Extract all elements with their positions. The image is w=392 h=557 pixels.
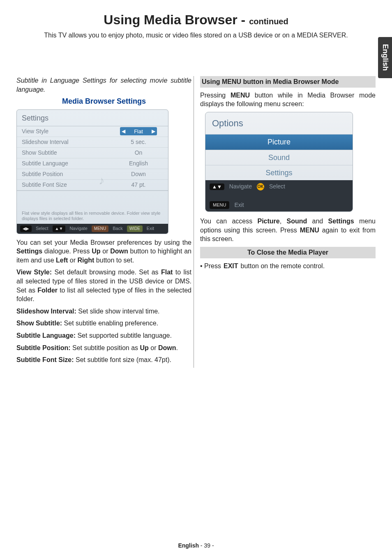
page-number: 39 [204, 542, 210, 549]
title-main: Using Media Browser - [104, 12, 249, 27]
settings-label: Show Subtitle [22, 149, 114, 157]
settings-row-view-style[interactable]: View Style Flat [17, 126, 168, 137]
settings-value: 47 pt. [114, 181, 163, 189]
option-settings[interactable]: Settings [205, 165, 353, 180]
menu-key-icon: MENU [92, 225, 108, 232]
settings-row-show-subtitle[interactable]: Show Subtitle On [17, 148, 168, 158]
page-footer: English - 39 - [0, 542, 392, 549]
option-sound[interactable]: Sound [205, 150, 353, 165]
settings-row-slideshow-interval[interactable]: Slideshow Interval 5 sec. [17, 137, 168, 148]
right-column: Using MENU button in Media Browser Mode … [198, 76, 376, 368]
show-subtitle-description: Show Subtitle: Set subtitle enabling pre… [16, 319, 191, 328]
menu-icon: MENU [210, 201, 229, 209]
language-side-tab: English [378, 37, 392, 78]
footer-language: English [178, 542, 199, 549]
page-title: Using Media Browser - continued [0, 12, 392, 28]
footer-label: Navigate [229, 183, 252, 190]
settings-value: Down [114, 170, 163, 178]
settings-panel-title: Settings [17, 110, 168, 126]
settings-label: Subtitle Language [22, 160, 114, 167]
settings-label: Slideshow Interval [22, 138, 114, 146]
subtitle-font-size-description: Subtitle Font Size: Set subtitle font si… [16, 355, 191, 364]
footer-label: Select [36, 225, 48, 232]
slideshow-interval-description: Slideshow Interval: Set slide show inter… [16, 307, 191, 316]
options-footer: ▲▼ Navigate OK Select MENU Exit [205, 180, 353, 211]
left-right-key-icon: ◀▶ [20, 225, 32, 232]
subtitle-language-description: Subtitle Language: Set supported subtitl… [16, 331, 191, 340]
settings-row-subtitle-font-size[interactable]: Subtitle Font Size 47 pt. [17, 180, 168, 190]
settings-label: View Style [22, 128, 114, 135]
settings-label: Subtitle Position [22, 170, 114, 178]
settings-value: On [114, 149, 163, 157]
option-picture[interactable]: Picture [205, 134, 353, 149]
view-style-description: View Style: Set default browsing mode. S… [16, 268, 191, 303]
settings-help-text: Flat view style displays all files in re… [17, 190, 168, 224]
up-down-icon: ▲▼ [210, 183, 224, 190]
subtitle-language-note: Subtitle in Language Settings for select… [16, 76, 191, 94]
footer-label: Back [113, 225, 122, 232]
settings-value: English [114, 160, 163, 167]
wide-key-icon: WIDE [127, 225, 143, 232]
options-access-paragraph: You can access Picture, Sound and Settin… [200, 217, 376, 244]
footer-label: Navigate [69, 225, 87, 232]
settings-intro-paragraph: You can set your Media Browser preferenc… [16, 238, 191, 265]
intro-text: This TV allows you to enjoy photo, music… [0, 32, 392, 39]
options-panel: Options Picture Sound Settings ▲▼ Naviga… [205, 112, 353, 212]
ok-icon: OK [257, 183, 264, 190]
close-media-player-heading: To Close the Media Player [200, 247, 376, 258]
settings-label: Subtitle Font Size [22, 181, 114, 189]
left-column: Subtitle in Language Settings for select… [16, 76, 194, 368]
subtitle-position-description: Subtitle Position: Set subtitle position… [16, 343, 191, 353]
media-browser-settings-heading: Media Browser Settings [16, 96, 191, 106]
title-continued: continued [249, 17, 288, 26]
footer-label: Exit [147, 225, 154, 232]
up-down-key-icon: ▲▼ [53, 225, 66, 232]
settings-panel: Settings View Style Flat Slideshow Inter… [16, 109, 168, 234]
footer-label: Exit [234, 201, 244, 209]
close-instruction: • Press EXIT button on the remote contro… [200, 262, 376, 271]
settings-value: 5 sec. [114, 138, 163, 146]
using-menu-button-heading: Using MENU button in Media Browser Mode [200, 76, 376, 88]
options-panel-title: Options [205, 112, 353, 135]
settings-value-pill[interactable]: Flat [120, 127, 157, 135]
settings-row-subtitle-language[interactable]: Subtitle Language English [17, 158, 168, 169]
footer-label: Select [269, 183, 285, 190]
settings-footer: ◀▶Select ▲▼Navigate MENUBack WIDEExit [17, 224, 168, 234]
menu-button-intro: Pressing MENU button while in Media Brow… [200, 91, 376, 109]
settings-row-subtitle-position[interactable]: Subtitle Position Down [17, 169, 168, 180]
